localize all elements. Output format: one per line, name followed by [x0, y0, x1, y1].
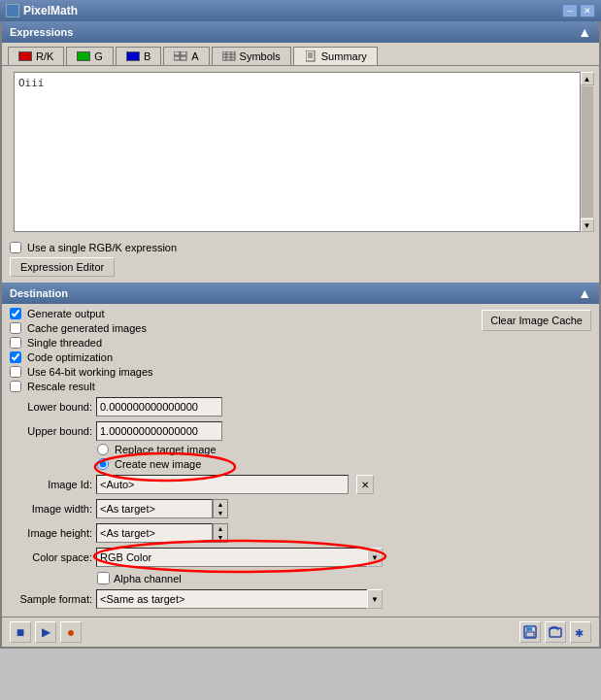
destination-collapse-icon[interactable]: ▲ — [578, 285, 591, 301]
clear-image-cache-button[interactable]: Clear Image Cache — [482, 310, 591, 331]
tab-a[interactable]: A — [163, 47, 209, 65]
tab-rk-label: R/K — [36, 50, 53, 62]
play-button[interactable]: ▶ — [35, 621, 56, 643]
image-height-up-btn[interactable]: ▲ — [214, 524, 227, 533]
tab-b[interactable]: B — [116, 47, 161, 65]
expression-textarea[interactable]: Oiii — [14, 72, 587, 232]
rescale-result-checkbox[interactable] — [10, 381, 21, 392]
svg-rect-4 — [222, 51, 235, 60]
replace-target-label: Replace target image — [115, 444, 217, 455]
use-single-rgb-row: Use a single RGB/K expression — [10, 242, 591, 253]
image-width-down-btn[interactable]: ▼ — [214, 509, 227, 517]
bottom-toolbar: ■ ▶ ● ✱ — [2, 617, 599, 647]
expressions-collapse-icon[interactable]: ▲ — [578, 24, 591, 40]
use-64bit-checkbox[interactable] — [10, 366, 21, 378]
image-height-input[interactable] — [96, 523, 213, 543]
color-space-wrapper: Color space: RGB Color Grayscale RGBA ▼ — [10, 546, 591, 567]
color-space-select[interactable]: RGB Color Grayscale RGBA — [96, 548, 368, 567]
svg-text:✱: ✱ — [575, 627, 584, 639]
image-width-spinner: ▲ ▼ — [96, 499, 228, 518]
color-space-select-wrapper: RGB Color Grayscale RGBA ▼ — [96, 548, 383, 567]
window-icon — [6, 4, 19, 17]
image-id-label: Image Id: — [10, 479, 92, 490]
title-bar: PixelMath – ✕ — [0, 0, 601, 21]
alpha-channel-label: Alpha channel — [114, 573, 182, 584]
image-id-clear-btn[interactable]: ✕ — [356, 475, 374, 494]
code-optimization-row: Code optimization — [10, 351, 153, 363]
destination-section-header: Destination ▲ — [2, 283, 599, 304]
dest-top-row: Generate output Cache generated images S… — [10, 308, 591, 392]
create-new-image-label: Create new image — [115, 458, 201, 470]
summary-doc-icon — [304, 51, 317, 61]
minimize-button[interactable]: – — [562, 4, 578, 17]
single-threaded-row: Single threaded — [10, 337, 153, 349]
destination-label: Destination — [10, 287, 68, 299]
reset-button[interactable]: ✱ — [570, 621, 591, 643]
tab-symbols[interactable]: Symbols — [212, 47, 291, 65]
cache-generated-checkbox[interactable] — [10, 322, 21, 334]
scroll-up-btn[interactable]: ▲ — [581, 72, 594, 85]
generate-output-checkbox[interactable] — [10, 308, 21, 319]
create-new-image-radio[interactable] — [97, 458, 109, 470]
use-single-rgb-checkbox[interactable] — [10, 242, 21, 253]
color-space-select-arrow[interactable]: ▼ — [367, 548, 383, 567]
image-id-input[interactable] — [96, 475, 349, 494]
tab-symbols-label: Symbols — [240, 50, 281, 62]
symbols-table-icon — [222, 51, 236, 61]
replace-target-radio[interactable] — [97, 444, 109, 455]
generate-output-row: Generate output — [10, 308, 153, 319]
dest-checkboxes: Generate output Cache generated images S… — [10, 308, 153, 392]
circle-button[interactable]: ● — [60, 621, 82, 643]
save-button[interactable] — [519, 621, 541, 643]
use-64bit-label: Use 64-bit working images — [27, 366, 153, 378]
open-button[interactable] — [545, 621, 566, 643]
create-new-image-row: Create new image — [97, 458, 591, 470]
stop-button[interactable]: ■ — [10, 621, 31, 643]
tab-rk[interactable]: R/K — [8, 47, 64, 65]
scroll-track — [582, 86, 593, 217]
g-color-box — [77, 51, 90, 61]
sample-format-select[interactable]: <Same as target> — [96, 589, 368, 609]
lower-bound-label: Lower bound: — [10, 401, 92, 413]
tab-g[interactable]: G — [66, 47, 114, 65]
tab-summary[interactable]: Summary — [293, 47, 378, 65]
color-space-row: Color space: RGB Color Grayscale RGBA ▼ — [10, 548, 591, 567]
toolbar-left: ■ ▶ ● — [10, 621, 82, 643]
expression-area-wrapper: Oiii ▲ ▼ — [8, 72, 593, 232]
upper-bound-input[interactable] — [96, 421, 222, 441]
svg-rect-2 — [174, 56, 180, 60]
expression-editor-button[interactable]: Expression Editor — [10, 257, 115, 277]
cache-generated-label: Cache generated images — [27, 322, 147, 334]
tab-g-label: G — [94, 50, 103, 62]
tab-summary-label: Summary — [321, 50, 367, 62]
reset-icon: ✱ — [574, 625, 587, 639]
code-optimization-checkbox[interactable] — [10, 351, 21, 363]
expression-content: Oiii — [18, 77, 45, 89]
generate-output-label: Generate output — [27, 308, 105, 319]
scroll-down-btn[interactable]: ▼ — [581, 218, 594, 232]
image-width-input[interactable] — [96, 499, 213, 518]
create-new-wrapper: Create new image — [10, 458, 591, 470]
color-space-label: Color space: — [10, 551, 92, 563]
upper-bound-label: Upper bound: — [10, 425, 92, 437]
alpha-channel-row: Alpha channel — [97, 572, 591, 584]
open-icon — [549, 625, 562, 639]
expression-scrollbar[interactable]: ▲ ▼ — [580, 72, 593, 232]
tab-a-label: A — [191, 50, 198, 62]
lower-bound-input[interactable] — [96, 397, 222, 417]
image-height-down-btn[interactable]: ▼ — [214, 533, 227, 542]
alpha-channel-checkbox[interactable] — [97, 572, 110, 584]
expression-bottom-controls: Use a single RGB/K expression Expression… — [2, 238, 599, 283]
replace-target-row: Replace target image — [97, 444, 591, 455]
single-threaded-checkbox[interactable] — [10, 337, 21, 349]
single-threaded-label: Single threaded — [27, 337, 102, 349]
sample-format-select-arrow[interactable]: ▼ — [367, 589, 383, 609]
close-button[interactable]: ✕ — [580, 4, 595, 17]
b-color-box — [126, 51, 140, 61]
tab-b-label: B — [144, 50, 150, 62]
image-id-row: Image Id: ✕ — [10, 475, 591, 494]
a-grid-icon — [174, 51, 187, 61]
image-width-up-btn[interactable]: ▲ — [214, 500, 227, 509]
play-icon: ▶ — [42, 625, 50, 639]
code-optimization-label: Code optimization — [27, 351, 113, 363]
